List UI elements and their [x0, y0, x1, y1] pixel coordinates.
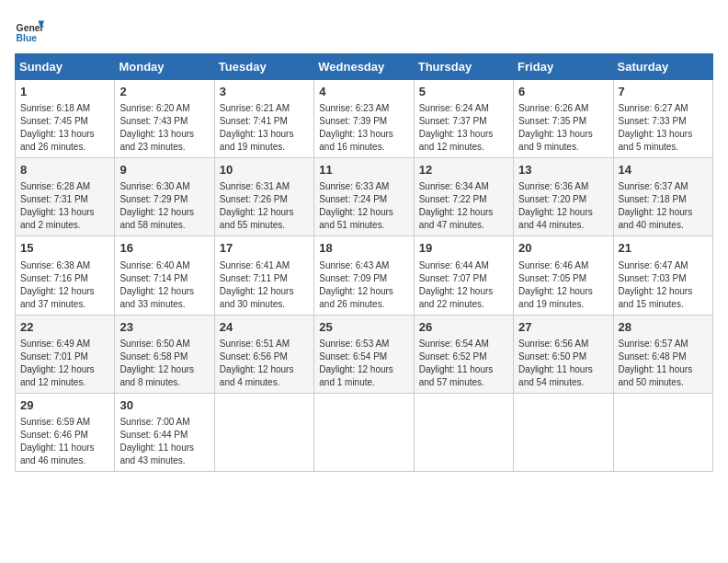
calendar-cell: 1Sunrise: 6:18 AMSunset: 7:45 PMDaylight… [16, 80, 115, 158]
column-header-saturday: Saturday [613, 54, 712, 80]
day-info: Sunset: 7:07 PM [419, 272, 508, 285]
day-info: Daylight: 13 hours [419, 128, 508, 141]
day-number: 16 [119, 240, 209, 257]
day-info: Daylight: 12 hours [220, 363, 309, 376]
day-info: Sunset: 6:56 PM [220, 350, 309, 363]
day-info: Daylight: 12 hours [419, 285, 508, 298]
day-info: Daylight: 13 hours [220, 128, 309, 141]
calendar-cell [414, 393, 513, 471]
day-number: 15 [20, 240, 109, 257]
day-info: Sunset: 7:29 PM [119, 193, 209, 206]
day-info: Daylight: 12 hours [518, 206, 608, 219]
day-info: Sunset: 6:52 PM [419, 350, 508, 363]
calendar-cell: 7Sunrise: 6:27 AMSunset: 7:33 PMDaylight… [613, 80, 712, 158]
calendar-table: SundayMondayTuesdayWednesdayThursdayFrid… [15, 53, 713, 472]
day-info: and 43 minutes. [119, 454, 209, 467]
day-info: and 4 minutes. [220, 376, 309, 389]
calendar-cell: 5Sunrise: 6:24 AMSunset: 7:37 PMDaylight… [414, 80, 513, 158]
calendar-cell: 15Sunrise: 6:38 AMSunset: 7:16 PMDayligh… [16, 236, 115, 315]
day-info: and 19 minutes. [220, 141, 309, 154]
column-header-monday: Monday [115, 54, 214, 80]
day-info: and 2 minutes. [20, 219, 109, 232]
calendar-cell: 4Sunrise: 6:23 AMSunset: 7:39 PMDaylight… [314, 80, 414, 158]
day-info: Daylight: 12 hours [619, 206, 708, 219]
day-info: Sunrise: 6:46 AM [518, 259, 608, 272]
calendar-cell: 19Sunrise: 6:44 AMSunset: 7:07 PMDayligh… [414, 236, 513, 315]
calendar-cell: 29Sunrise: 6:59 AMSunset: 6:46 PMDayligh… [16, 393, 115, 471]
day-number: 22 [20, 319, 109, 336]
calendar-cell: 20Sunrise: 6:46 AMSunset: 7:05 PMDayligh… [514, 236, 613, 315]
day-info: Daylight: 13 hours [619, 128, 708, 141]
day-info: Daylight: 13 hours [319, 128, 408, 141]
day-info: Sunset: 7:03 PM [619, 272, 708, 285]
day-info: and 57 minutes. [419, 376, 508, 389]
day-info: Sunrise: 6:51 AM [220, 338, 309, 350]
day-info: and 54 minutes. [518, 376, 608, 389]
day-info: Daylight: 12 hours [220, 285, 309, 298]
day-number: 26 [419, 319, 508, 336]
day-info: Sunrise: 6:54 AM [419, 338, 508, 350]
calendar-body: 1Sunrise: 6:18 AMSunset: 7:45 PMDaylight… [16, 80, 713, 472]
day-info: Daylight: 12 hours [518, 285, 608, 298]
day-info: Sunrise: 6:47 AM [619, 259, 708, 272]
calendar-cell: 12Sunrise: 6:34 AMSunset: 7:22 PMDayligh… [414, 158, 513, 236]
day-info: Sunset: 7:22 PM [419, 193, 508, 206]
day-info: and 44 minutes. [518, 219, 608, 232]
column-header-thursday: Thursday [414, 54, 513, 80]
svg-text:Blue: Blue [17, 33, 38, 43]
day-info: Daylight: 11 hours [119, 442, 209, 454]
day-number: 6 [518, 84, 608, 100]
day-number: 10 [220, 162, 309, 178]
day-info: and 55 minutes. [220, 219, 309, 232]
calendar-cell: 17Sunrise: 6:41 AMSunset: 7:11 PMDayligh… [214, 236, 313, 315]
day-number: 2 [119, 84, 209, 100]
calendar-cell [314, 393, 414, 471]
calendar-cell: 28Sunrise: 6:57 AMSunset: 6:48 PMDayligh… [613, 315, 712, 393]
calendar-cell: 10Sunrise: 6:31 AMSunset: 7:26 PMDayligh… [214, 158, 313, 236]
day-number: 3 [220, 84, 309, 100]
day-info: Daylight: 12 hours [119, 206, 209, 219]
day-info: and 1 minute. [319, 376, 408, 389]
day-info: Sunset: 7:01 PM [20, 350, 109, 363]
day-info: Sunrise: 6:56 AM [518, 338, 608, 350]
day-info: and 40 minutes. [619, 219, 708, 232]
day-info: and 23 minutes. [119, 141, 209, 154]
day-info: and 9 minutes. [518, 141, 608, 154]
day-info: Sunset: 7:14 PM [119, 272, 209, 285]
day-info: Sunrise: 6:21 AM [220, 102, 309, 115]
logo: General Blue [15, 15, 44, 44]
day-info: Daylight: 12 hours [319, 285, 408, 298]
calendar-week-row: 15Sunrise: 6:38 AMSunset: 7:16 PMDayligh… [16, 236, 713, 315]
day-info: Daylight: 12 hours [220, 206, 309, 219]
day-number: 28 [619, 319, 708, 336]
calendar-header-row: SundayMondayTuesdayWednesdayThursdayFrid… [16, 54, 713, 80]
day-info: Sunset: 7:37 PM [419, 115, 508, 128]
calendar-week-row: 8Sunrise: 6:28 AMSunset: 7:31 PMDaylight… [16, 158, 713, 236]
calendar-cell: 11Sunrise: 6:33 AMSunset: 7:24 PMDayligh… [314, 158, 414, 236]
calendar-cell: 13Sunrise: 6:36 AMSunset: 7:20 PMDayligh… [514, 158, 613, 236]
day-info: and 50 minutes. [619, 376, 708, 389]
day-info: Sunset: 7:35 PM [518, 115, 608, 128]
day-info: Sunrise: 6:37 AM [619, 180, 708, 193]
calendar-cell: 16Sunrise: 6:40 AMSunset: 7:14 PMDayligh… [115, 236, 214, 315]
day-info: and 47 minutes. [419, 219, 508, 232]
day-info: Sunset: 7:31 PM [20, 193, 109, 206]
day-info: Sunrise: 6:49 AM [20, 338, 109, 350]
day-number: 13 [518, 162, 608, 178]
day-info: Sunrise: 6:23 AM [319, 102, 408, 115]
day-info: Sunrise: 6:44 AM [419, 259, 508, 272]
day-info: Sunrise: 6:18 AM [20, 102, 109, 115]
day-info: Sunset: 7:45 PM [20, 115, 109, 128]
day-info: Daylight: 13 hours [20, 206, 109, 219]
column-header-sunday: Sunday [16, 54, 115, 80]
day-info: Sunrise: 6:36 AM [518, 180, 608, 193]
day-info: and 26 minutes. [20, 141, 109, 154]
day-info: Sunrise: 6:50 AM [119, 338, 209, 350]
day-info: Sunset: 7:33 PM [619, 115, 708, 128]
calendar-cell: 24Sunrise: 6:51 AMSunset: 6:56 PMDayligh… [214, 315, 313, 393]
day-info: Daylight: 13 hours [518, 128, 608, 141]
day-info: and 58 minutes. [119, 219, 209, 232]
day-info: and 37 minutes. [20, 298, 109, 311]
day-info: Sunrise: 6:26 AM [518, 102, 608, 115]
calendar-cell [214, 393, 313, 471]
